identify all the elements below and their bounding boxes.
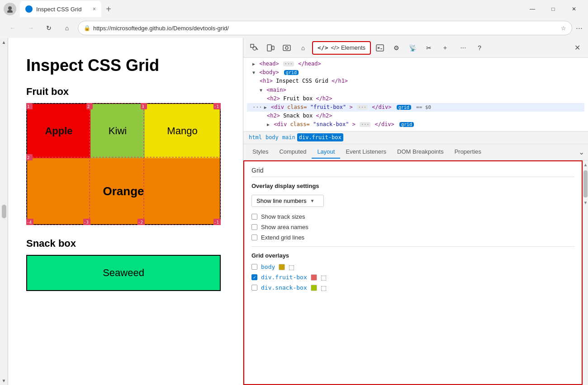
address-input[interactable]: 🔒 https://microsoftedge.github.io/Demos/… bbox=[78, 21, 572, 35]
url-text: https://microsoftedge.github.io/Demos/de… bbox=[93, 25, 229, 32]
body-grid-badge[interactable]: grid bbox=[284, 70, 299, 75]
tab-title: Inspect CSS Grid bbox=[36, 6, 81, 13]
maximize-button[interactable]: □ bbox=[543, 2, 564, 16]
dom-line-head[interactable]: ▶ <head> ··· </head> bbox=[247, 60, 584, 68]
overlay-fruit-box-checkbox[interactable] bbox=[251, 274, 257, 280]
close-devtools-button[interactable]: ✕ bbox=[570, 41, 584, 55]
active-tab[interactable]: Inspect CSS Grid × bbox=[20, 1, 101, 17]
window-controls: — □ ✕ bbox=[522, 2, 584, 16]
title-bar: Inspect CSS Grid × + — □ ✕ bbox=[0, 0, 588, 18]
dom-line-snack-box[interactable]: ▶ <div class= "snack-box" > ··· </div> g… bbox=[247, 120, 584, 129]
svg-point-1 bbox=[7, 10, 13, 13]
breadcrumb-main[interactable]: main bbox=[280, 133, 297, 141]
overlay-snack-box-color[interactable] bbox=[311, 285, 317, 291]
main-layout: ▲ ▼ Inspect CSS Grid Fruit box bbox=[0, 38, 588, 385]
breadcrumb-html[interactable]: html bbox=[247, 133, 264, 141]
svg-rect-40 bbox=[376, 45, 384, 51]
layout-panel-wrapper: Grid Overlay display settings Show line … bbox=[243, 160, 588, 385]
tab-styles[interactable]: Styles bbox=[247, 146, 274, 159]
dom-line-main[interactable]: ▼ <main> bbox=[247, 86, 584, 94]
apple-cell: Apple bbox=[27, 104, 90, 158]
home-button-dt[interactable]: ⌂ bbox=[296, 41, 310, 55]
fruit-grid-container: 1 2 3 4 1 2 3 -4 bbox=[26, 103, 221, 225]
overlay-snack-box-label: div.snack-box bbox=[261, 284, 307, 291]
fruit-grid-badge[interactable]: grid bbox=[397, 105, 411, 110]
screenshot-button[interactable] bbox=[280, 41, 294, 55]
overlay-row-fruit-box: div.fruit-box ⬚ bbox=[251, 274, 574, 281]
tab-computed[interactable]: Computed bbox=[274, 146, 312, 159]
show-area-names-label: Show area names bbox=[261, 224, 308, 230]
mango-cell: Mango bbox=[145, 104, 220, 158]
svg-rect-37 bbox=[272, 46, 274, 50]
inspect-element-button[interactable] bbox=[247, 41, 261, 55]
dom-line-h1[interactable]: <h1> Inspect CSS Grid </h1> bbox=[247, 77, 584, 85]
dt-scroll-down[interactable]: ▼ bbox=[583, 198, 588, 207]
overlay-snack-box-checkbox[interactable] bbox=[251, 285, 257, 291]
network-button[interactable]: 📡 bbox=[405, 41, 420, 55]
overlay-settings-title: Overlay display settings bbox=[251, 183, 574, 189]
tab-properties[interactable]: Properties bbox=[449, 146, 487, 159]
show-area-names-checkbox[interactable] bbox=[251, 224, 257, 230]
help-button[interactable]: ? bbox=[472, 41, 487, 55]
dom-tree: ▶ <head> ··· </head> ▼ <body> grid < bbox=[243, 58, 588, 131]
dom-line-h2-fruit[interactable]: <h2> Fruit box </h2> bbox=[247, 94, 584, 103]
scroll-down-arrow[interactable]: ▼ bbox=[0, 376, 8, 385]
back-button[interactable]: ← bbox=[5, 21, 20, 35]
devtools-scrollbar[interactable]: ▲ ▼ bbox=[583, 160, 588, 385]
browser-window: Inspect CSS Grid × + — □ ✕ ← → ↻ ⌂ 🔒 htt… bbox=[0, 0, 588, 385]
add-tool-button[interactable]: ＋ bbox=[438, 41, 452, 55]
more-tools-button[interactable]: ··· bbox=[456, 41, 470, 55]
snack-section: Snack box Seaweed bbox=[26, 238, 225, 291]
dom-line-body[interactable]: ▼ <body> grid bbox=[247, 68, 584, 77]
page-scrollbar[interactable]: ▲ ▼ bbox=[0, 38, 8, 385]
browser-more-button[interactable]: ··· bbox=[576, 23, 583, 33]
divider bbox=[251, 246, 574, 247]
tab-close-button[interactable]: × bbox=[93, 6, 96, 12]
overlay-fruit-box-inspect-icon[interactable]: ⬚ bbox=[321, 274, 327, 281]
refresh-button[interactable]: ↻ bbox=[42, 21, 56, 35]
forward-button[interactable]: → bbox=[24, 21, 38, 35]
sources-button[interactable]: ⚙ bbox=[389, 41, 403, 55]
bookmark-icon[interactable]: ☆ bbox=[561, 25, 566, 32]
close-button[interactable]: ✕ bbox=[564, 2, 584, 16]
page-content: Inspect CSS Grid Fruit box 1 bbox=[8, 38, 243, 385]
console-button[interactable] bbox=[373, 41, 387, 55]
scroll-up-arrow[interactable]: ▲ bbox=[0, 38, 8, 47]
dt-scroll-thumb[interactable] bbox=[583, 170, 588, 197]
home-button[interactable]: ⌂ bbox=[60, 21, 74, 35]
overlay-body-color[interactable] bbox=[279, 264, 285, 270]
dropdown-label: Show line numbers bbox=[256, 197, 307, 204]
dom-line-fruit-box[interactable]: ··· ▶ <div class= "fruit-box" > ··· </di… bbox=[247, 103, 584, 112]
dropdown-container: Show line numbers ▼ bbox=[251, 195, 574, 207]
tab-dom-breakpoints[interactable]: DOM Breakpoints bbox=[392, 146, 449, 159]
tab-event-listeners[interactable]: Event Listeners bbox=[340, 146, 392, 159]
dt-scroll-up[interactable]: ▲ bbox=[583, 160, 588, 169]
breadcrumb-body[interactable]: body bbox=[264, 133, 280, 141]
show-area-names-row: Show area names bbox=[251, 224, 574, 230]
device-toggle-button[interactable] bbox=[263, 41, 278, 55]
layout-panel: Grid Overlay display settings Show line … bbox=[243, 160, 583, 385]
scroll-thumb[interactable] bbox=[2, 205, 6, 218]
overlay-snack-box-inspect-icon[interactable]: ⬚ bbox=[321, 284, 327, 291]
tabs-more-button[interactable]: ⌄ bbox=[579, 148, 584, 156]
extend-grid-lines-row: Extend grid lines bbox=[251, 234, 574, 241]
minimize-button[interactable]: — bbox=[522, 2, 543, 16]
overlay-body-inspect-icon[interactable]: ⬚ bbox=[289, 263, 294, 271]
performance-button[interactable]: ✂ bbox=[422, 41, 436, 55]
profile-icon[interactable] bbox=[4, 3, 16, 15]
dom-line-h2-snack[interactable]: <h2> Snack box </h2> bbox=[247, 112, 584, 120]
elements-panel-button[interactable]: </> </> Elements bbox=[312, 41, 371, 55]
kiwi-cell: Kiwi bbox=[90, 104, 145, 158]
fruit-grid: Apple Kiwi Mango Orange bbox=[26, 103, 221, 225]
tab-layout[interactable]: Layout bbox=[312, 146, 340, 159]
svg-point-39 bbox=[285, 47, 288, 49]
snack-box-label: Snack box bbox=[26, 238, 225, 249]
show-line-numbers-dropdown[interactable]: Show line numbers ▼ bbox=[251, 195, 324, 207]
breadcrumb-div-fruit-box[interactable]: div.fruit-box bbox=[297, 133, 343, 141]
new-tab-button[interactable]: + bbox=[101, 2, 116, 16]
show-track-sizes-checkbox[interactable] bbox=[251, 214, 257, 220]
overlay-body-checkbox[interactable] bbox=[251, 264, 257, 270]
snack-grid-badge[interactable]: grid bbox=[399, 122, 414, 127]
overlay-fruit-box-color[interactable] bbox=[311, 274, 317, 281]
extend-grid-lines-checkbox[interactable] bbox=[251, 235, 257, 240]
